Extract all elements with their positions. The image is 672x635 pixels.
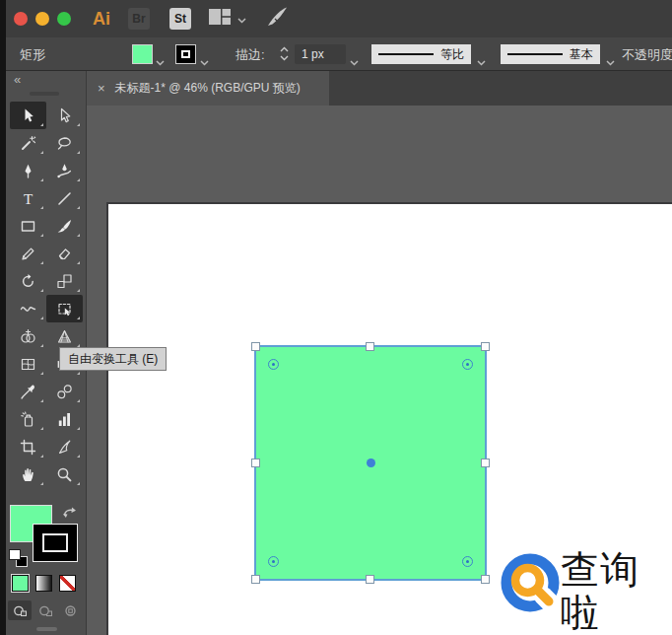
artboard-tool[interactable] [10,433,46,460]
traffic-lights [14,12,71,26]
fill-color-swatch[interactable] [132,44,153,64]
watermark: 查询啦 chaxunla.com [498,548,672,635]
direct-selection-tool[interactable] [46,102,83,129]
curvature-tool[interactable] [46,157,83,184]
resize-handle-bottom-left[interactable] [251,575,260,584]
close-button[interactable] [14,12,28,26]
brush-definition-chevron-icon[interactable] [606,52,615,70]
zoom-button[interactable] [57,12,71,26]
shape-center-point[interactable] [367,459,375,467]
width-profile-value: 等比 [440,46,464,63]
line-segment-tool[interactable] [46,184,83,212]
perspective-grid-tool[interactable] [46,322,83,350]
document-tab-bar: × 未标题-1* @ 46% (RGB/GPU 预览) [87,71,672,106]
collapse-panel-button[interactable]: « [14,72,21,87]
column-graph-tool[interactable] [46,405,83,433]
tab-close-icon[interactable]: × [98,81,105,96]
stroke-weight-stepper[interactable] [279,45,290,66]
eraser-tool[interactable] [46,240,83,267]
symbol-sprayer-tool[interactable] [10,405,46,433]
draw-inside-mode-button[interactable] [58,600,82,620]
gradient-mode-button[interactable] [35,575,52,592]
rectangle-tool[interactable] [10,212,46,240]
width-profile-chevron-icon[interactable] [477,52,486,70]
tab-title: 未标题-1* @ 46% (RGB/GPU 预览) [115,80,301,97]
hand-tool[interactable] [10,460,46,488]
panel-grip[interactable] [30,92,59,96]
chaxunla-logo-icon [498,548,563,635]
brush-definition-value: 基本 [570,46,593,63]
illustrator-window: Ai Br St 矩形 描边: 1 px [0,0,672,635]
opacity-label[interactable]: 不透明度 [622,46,672,64]
scale-tool[interactable] [46,267,83,295]
resize-handle-bottom-right[interactable] [481,575,490,584]
magic-wand-tool[interactable] [10,129,46,157]
mesh-tool[interactable] [10,350,46,378]
corner-radius-widget-top-left[interactable] [268,359,279,370]
resize-handle-top-right[interactable] [481,342,490,351]
color-mode-button[interactable] [12,575,29,592]
stroke-weight-chevron-icon[interactable] [350,52,359,70]
toolbar-tools: T [10,102,83,488]
stroke-dropdown-chevron-icon[interactable] [200,52,209,70]
control-bar: 矩形 描边: 1 px 等比 基本 不透明度 [6,37,672,71]
blend-tool[interactable] [46,378,83,405]
type-tool[interactable]: T [10,184,46,212]
width-profile-select[interactable]: 等比 [371,44,471,64]
svg-text:T: T [24,190,33,206]
free-transform-tool[interactable] [46,295,83,322]
selection-tool[interactable] [10,102,46,129]
draw-normal-mode-button[interactable] [8,600,32,620]
menu-bar: Ai Br St [6,0,672,37]
corner-radius-widget-bottom-right[interactable] [462,556,473,567]
document-tab[interactable]: × 未标题-1* @ 46% (RGB/GPU 预览) [87,71,329,106]
pen-tool[interactable] [10,157,46,184]
window-edge [0,0,6,635]
bridge-button[interactable]: Br [128,8,150,30]
profile-line-preview [378,53,434,55]
fill-dropdown-chevron-icon[interactable] [156,52,165,70]
rotate-tool[interactable] [10,267,46,295]
chevron-down-icon [237,10,246,28]
swap-fill-stroke-icon[interactable] [62,505,77,523]
lasso-tool[interactable] [46,129,83,157]
corner-radius-widget-bottom-left[interactable] [268,556,279,567]
stroke-indicator-swatch[interactable] [33,524,78,562]
stock-button[interactable]: St [169,8,191,30]
stroke-indicator [181,50,190,58]
resize-handle-top-left[interactable] [251,342,260,351]
share-icon[interactable] [266,6,289,32]
width-tool[interactable] [10,295,46,322]
stroke-weight-label: 描边: [235,46,265,64]
mini-fill-swatch [9,549,21,560]
workspace-switcher[interactable] [209,9,246,29]
watermark-title: 查询啦 [561,548,672,635]
default-fill-stroke-icon[interactable] [9,549,28,567]
resize-handle-top-middle[interactable] [366,342,374,351]
stroke-color-swatch[interactable] [175,44,196,64]
panel-resize-handle[interactable] [36,627,57,631]
pencil-tool[interactable] [10,240,46,267]
selection-type-label: 矩形 [20,46,45,64]
eyedropper-tool[interactable] [10,378,46,405]
none-mode-button[interactable] [59,575,76,592]
illustrator-logo: Ai [93,9,110,30]
slice-tool[interactable] [46,433,83,460]
resize-handle-middle-left[interactable] [251,459,260,467]
resize-handle-bottom-middle[interactable] [366,575,374,584]
draw-behind-mode-button[interactable] [34,600,57,620]
selected-rectangle[interactable] [254,345,487,581]
zoom-tool-tool[interactable] [46,460,83,488]
stroke-indicator-inner [42,533,68,552]
minimize-button[interactable] [35,12,49,26]
shape-builder-tool[interactable] [10,322,46,350]
brush-definition-select[interactable]: 基本 [501,44,600,64]
workspace-icon [209,9,231,29]
paintbrush-tool[interactable] [46,212,83,240]
tool-tooltip: 自由变换工具 (E) [59,347,167,371]
corner-radius-widget-top-right[interactable] [462,359,473,370]
stroke-weight-input[interactable]: 1 px [295,44,346,64]
brush-line-preview [507,53,563,55]
resize-handle-middle-right[interactable] [481,459,490,467]
